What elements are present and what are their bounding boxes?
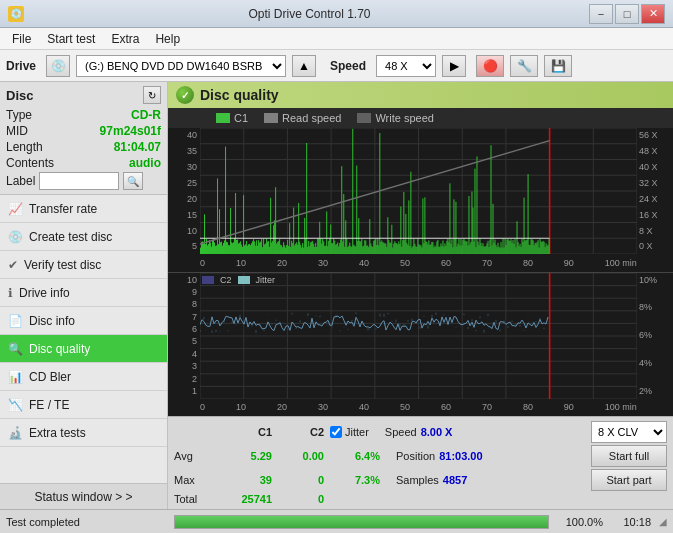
x-label: 90 (564, 402, 574, 412)
drive-eject-btn[interactable]: ▲ (292, 55, 316, 77)
y-label: 10 (168, 275, 200, 285)
action-btn-2[interactable]: 🔧 (510, 55, 538, 77)
x-label: 100 min (605, 258, 637, 268)
sidebar-item-label: Disc quality (29, 342, 90, 356)
disc-length-key: Length (6, 140, 43, 154)
sidebar-item-extra-tests[interactable]: 🔬 Extra tests (0, 419, 167, 447)
x-label: 0 (200, 258, 205, 268)
y-label: 10 (168, 226, 200, 236)
sidebar-item-cd-bler[interactable]: 📊 CD Bler (0, 363, 167, 391)
y-label: 20 (168, 194, 200, 204)
samples-value: 4857 (443, 474, 467, 486)
disc-title: Disc (6, 88, 33, 103)
samples-display: Samples 4857 (396, 474, 467, 486)
sidebar-item-label: Disc info (29, 314, 75, 328)
status-window-btn[interactable]: Status window > > (0, 483, 167, 509)
sidebar-item-disc-quality[interactable]: 🔍 Disc quality (0, 335, 167, 363)
menu-start-test[interactable]: Start test (39, 30, 103, 48)
sidebar-item-label: CD Bler (29, 370, 71, 384)
disc-refresh-btn[interactable]: ↻ (143, 86, 161, 104)
progress-bar (174, 515, 549, 529)
start-full-button[interactable]: Start full (591, 445, 667, 467)
disc-label-input[interactable] (39, 172, 119, 190)
menu-extra[interactable]: Extra (103, 30, 147, 48)
total-label: Total (174, 493, 214, 505)
create-test-disc-icon: 💿 (8, 230, 23, 244)
action-btn-1[interactable]: 🔴 (476, 55, 504, 77)
y-label-right: 6% (639, 330, 671, 340)
upper-y-labels-right: 56 X 48 X 40 X 32 X 24 X 16 X 8 X 0 X (637, 128, 673, 254)
stats-c1-header: C1 (214, 426, 272, 438)
legend-c1: C1 (216, 112, 248, 124)
sidebar-item-drive-info[interactable]: ℹ Drive info (0, 279, 167, 307)
stats-max-row: Max 39 0 7.3% Samples 4857 Start part (174, 469, 667, 491)
x-label: 40 (359, 258, 369, 268)
y-label: 9 (168, 287, 200, 297)
sidebar-item-create-test-disc[interactable]: 💿 Create test disc (0, 223, 167, 251)
disc-label-btn[interactable]: 🔍 (123, 172, 143, 190)
lower-y-labels-left: 10 9 8 7 6 5 4 3 2 1 (168, 273, 200, 399)
y-label: 2 (168, 374, 200, 384)
sidebar-item-verify-test-disc[interactable]: ✔ Verify test disc (0, 251, 167, 279)
menu-file[interactable]: File (4, 30, 39, 48)
speed-selector[interactable]: 8 X CLV (591, 421, 667, 443)
c2-color (202, 276, 214, 284)
legend-c1-color (216, 113, 230, 123)
position-key: Position (396, 450, 435, 462)
y-label-right: 8 X (639, 226, 671, 236)
drive-label: Drive (6, 59, 36, 73)
drive-bar: Drive 💿 (G:) BENQ DVD DD DW1640 BSRB ▲ S… (0, 50, 673, 82)
start-part-button[interactable]: Start part (591, 469, 667, 491)
title-bar-text: Opti Drive Control 1.70 (30, 7, 589, 21)
speed-select[interactable]: 48 X (376, 55, 436, 77)
disc-length-val: 81:04.07 (114, 140, 161, 154)
y-label: 6 (168, 324, 200, 334)
x-label: 80 (523, 258, 533, 268)
sidebar-item-fe-te[interactable]: 📉 FE / TE (0, 391, 167, 419)
drive-select[interactable]: (G:) BENQ DVD DD DW1640 BSRB (76, 55, 286, 77)
x-label: 70 (482, 402, 492, 412)
x-label: 40 (359, 402, 369, 412)
legend-read-speed: Read speed (264, 112, 341, 124)
disc-contents-key: Contents (6, 156, 54, 170)
sidebar-item-label: Extra tests (29, 426, 86, 440)
x-label: 100 min (605, 402, 637, 412)
x-label: 50 (400, 258, 410, 268)
fe-te-icon: 📉 (8, 398, 23, 412)
y-label: 5 (168, 241, 200, 251)
y-label-right: 40 X (639, 162, 671, 172)
y-label: 15 (168, 210, 200, 220)
status-bar: Test completed 100.0% 10:18 ◢ (0, 509, 673, 533)
minimize-button[interactable]: − (589, 4, 613, 24)
content-area: ✓ Disc quality C1 Read speed Write speed (168, 82, 673, 509)
y-label-right: 4% (639, 358, 671, 368)
avg-jitter: 6.4% (334, 450, 380, 462)
maximize-button[interactable]: □ (615, 4, 639, 24)
y-label: 5 (168, 336, 200, 346)
disc-label-row: Label 🔍 (6, 172, 161, 190)
x-label: 20 (277, 402, 287, 412)
stats-header-row: C1 C2 Jitter Speed 8.00 X 8 X CLV (174, 421, 667, 443)
sidebar-item-transfer-rate[interactable]: 📈 Transfer rate (0, 195, 167, 223)
cd-bler-icon: 📊 (8, 370, 23, 384)
action-btn-3[interactable]: 💾 (544, 55, 572, 77)
sidebar-item-label: FE / TE (29, 398, 69, 412)
close-button[interactable]: ✕ (641, 4, 665, 24)
jitter-checkbox[interactable] (330, 426, 342, 438)
sidebar-item-disc-info[interactable]: 📄 Disc info (0, 307, 167, 335)
total-c2: 0 (272, 493, 324, 505)
total-c1: 25741 (214, 493, 272, 505)
y-label: 1 (168, 386, 200, 396)
disc-quality-title: Disc quality (200, 87, 279, 103)
menu-help[interactable]: Help (147, 30, 188, 48)
y-label-right: 32 X (639, 178, 671, 188)
disc-type-key: Type (6, 108, 32, 122)
drive-icon-btn[interactable]: 💿 (46, 55, 70, 77)
sidebar: Disc ↻ Type CD-R MID 97m24s01f Length 81… (0, 82, 168, 509)
disc-quality-icon: 🔍 (8, 342, 23, 356)
speed-arrow-btn[interactable]: ▶ (442, 55, 466, 77)
lower-x-labels: 0 10 20 30 40 50 60 70 80 90 100 min (200, 398, 637, 416)
y-label: 8 (168, 299, 200, 309)
disc-contents-val: audio (129, 156, 161, 170)
position-value: 81:03.00 (439, 450, 482, 462)
